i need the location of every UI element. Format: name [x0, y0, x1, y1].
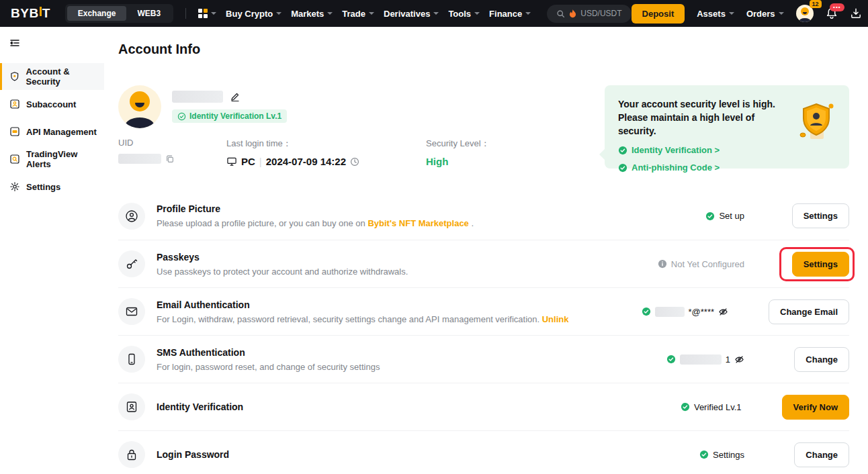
menu-markets[interactable]: Markets	[291, 9, 333, 19]
tradingview-alerts-icon	[9, 154, 20, 164]
profile-avatar	[118, 85, 161, 128]
tab-exchange[interactable]: Exchange	[67, 6, 127, 21]
identity-verification-link[interactable]: Identity Verification >	[618, 145, 836, 155]
row-email-authentication: Email Authentication For Login, withdraw…	[118, 287, 849, 335]
bybit-logo[interactable]: BYBT	[11, 6, 50, 21]
chevron-down-icon	[369, 12, 374, 15]
notifications-button[interactable]: •••	[826, 7, 838, 19]
search-input[interactable]: USD/USDT	[547, 5, 631, 23]
row-title: SMS Authentication	[157, 347, 666, 358]
menu-tools[interactable]: Tools	[448, 9, 480, 19]
nft-marketplace-link[interactable]: Bybit's NFT Marketplace	[367, 218, 468, 228]
id-badge-icon	[118, 393, 145, 420]
logo-text-right: T	[42, 6, 50, 21]
page-title: Account Info	[118, 42, 849, 57]
profile-picture-icon	[118, 203, 145, 230]
assets-menu[interactable]: Assets	[697, 9, 734, 19]
email-icon	[118, 298, 145, 325]
row-description: For Login, withdraw, password retrieval,…	[157, 314, 642, 324]
chevron-down-icon	[474, 12, 480, 15]
status-set-up: Set up	[705, 211, 744, 221]
status-password-set: Settings	[699, 450, 744, 460]
chevron-down-icon	[729, 12, 734, 15]
main-content: Account Info Identity Verification Lv.1 …	[104, 27, 868, 474]
eye-slash-icon[interactable]	[734, 354, 744, 365]
apps-grid-menu[interactable]	[198, 9, 216, 18]
sidebar-item-settings[interactable]: Settings	[0, 173, 104, 200]
sidebar-nav: Account & Security Subaccount API Manage…	[0, 63, 104, 200]
divider	[185, 8, 186, 19]
tab-web3[interactable]: WEB3	[126, 6, 171, 21]
sidebar-item-api-management[interactable]: API Management	[0, 118, 104, 145]
edit-pencil-icon[interactable]	[230, 91, 241, 102]
check-circle-icon	[699, 450, 709, 459]
check-circle-icon	[705, 211, 715, 221]
unlink-link[interactable]: Unlink	[542, 314, 569, 324]
chevron-down-icon	[211, 12, 216, 15]
security-level-label: Security Level：	[426, 138, 490, 150]
status-not-configured: Not Yet Configured	[658, 259, 744, 269]
security-level-value: High	[426, 156, 490, 167]
monitor-icon	[226, 156, 237, 167]
lock-icon	[118, 441, 145, 468]
chevron-down-icon	[779, 12, 784, 15]
notification-badge: •••	[830, 3, 844, 11]
verify-now-button[interactable]: Verify Now	[782, 395, 849, 420]
menu-finance[interactable]: Finance	[489, 9, 531, 19]
security-panel-line1: Your account security level is high.	[618, 97, 793, 111]
chevron-down-icon	[525, 12, 531, 15]
last-login-label: Last login time：	[226, 138, 426, 150]
row-description: For login, password reset, and change of…	[157, 362, 666, 372]
menu-derivatives[interactable]: Derivatives	[384, 9, 439, 19]
change-email-button[interactable]: Change Email	[769, 299, 849, 324]
last-login-time: 2024-07-09 14:22	[266, 156, 346, 167]
sidebar-item-tradingview-alerts[interactable]: TradingView Alerts	[0, 146, 104, 173]
passkeys-settings-button[interactable]: Settings	[792, 252, 849, 277]
device-label: PC	[241, 156, 255, 167]
sidebar-collapse-button[interactable]	[0, 27, 104, 48]
chevron-down-icon	[276, 12, 281, 15]
sidebar-item-subaccount[interactable]: Subaccount	[0, 91, 104, 117]
row-title: Login Password	[157, 449, 699, 460]
account-avatar-button[interactable]: 12	[796, 5, 814, 22]
grid-icon	[198, 9, 208, 18]
change-password-button[interactable]: Change	[794, 442, 849, 467]
menu-buy-crypto[interactable]: Buy Crypto	[226, 9, 281, 19]
chevron-down-icon	[327, 12, 333, 15]
profile-picture-settings-button[interactable]: Settings	[792, 203, 849, 228]
shield-icon	[9, 71, 20, 82]
menu-trade[interactable]: Trade	[342, 9, 374, 19]
copy-icon[interactable]	[165, 154, 175, 164]
shield-illustration	[797, 100, 836, 144]
row-description: Use passkeys to protect your account and…	[157, 267, 658, 277]
sidebar-item-account-security[interactable]: Account & Security	[0, 63, 104, 90]
orders-menu[interactable]: Orders	[746, 9, 784, 19]
row-title: Profile Picture	[157, 203, 705, 214]
security-panel-line2: Please maintain a high level of security…	[618, 111, 793, 138]
panel-tail	[599, 149, 605, 160]
avatar-badge: 12	[810, 0, 822, 8]
anti-phishing-code-link[interactable]: Anti-phishing Code >	[618, 162, 836, 173]
check-circle-icon	[666, 354, 676, 364]
deposit-button[interactable]: Deposit	[632, 4, 685, 23]
check-circle-icon	[642, 307, 651, 316]
check-circle-icon	[618, 163, 627, 173]
username-redacted	[172, 91, 223, 103]
flame-icon	[569, 9, 576, 18]
check-circle-icon	[681, 402, 690, 412]
identity-verification-badge: Identity Verification Lv.1	[172, 109, 287, 123]
settings-list: Profile Picture Please upload a profile …	[118, 192, 849, 474]
subaccount-icon	[9, 99, 20, 109]
row-title: Identity Verification	[157, 401, 681, 412]
uid-redacted	[118, 154, 161, 164]
download-app-button[interactable]	[850, 7, 862, 19]
eye-slash-icon[interactable]	[718, 307, 728, 317]
clock-icon[interactable]	[350, 157, 359, 167]
top-navbar: BYBT Exchange WEB3 Buy Crypto Markets Tr…	[0, 0, 868, 27]
logo-orange-bar	[40, 7, 42, 16]
info-icon	[658, 259, 667, 269]
email-masked-text: *@****	[689, 307, 715, 317]
api-icon	[9, 126, 20, 137]
row-title: Passkeys	[157, 252, 658, 263]
change-sms-button[interactable]: Change	[794, 347, 849, 372]
